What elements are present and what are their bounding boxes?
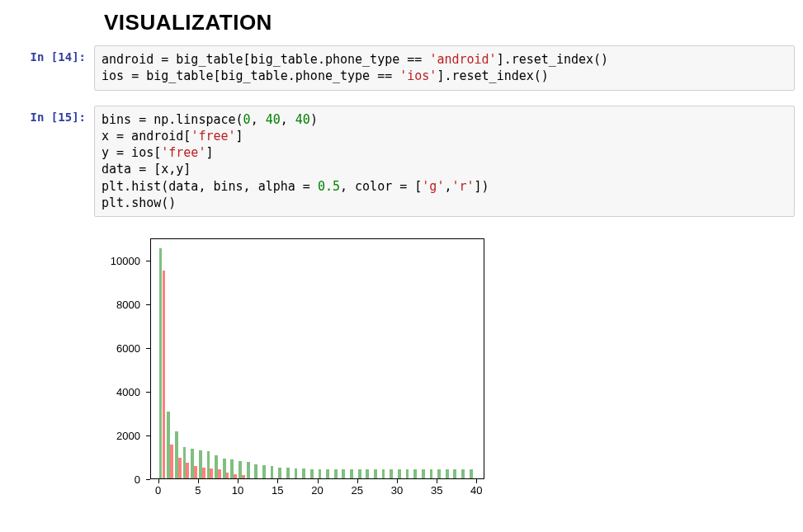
hist-bar-android (271, 466, 274, 478)
prompt-suffix: ]: (72, 111, 86, 124)
x-tick-mark (397, 479, 398, 483)
hist-bar-android (453, 469, 456, 478)
hist-bar-android (310, 469, 314, 478)
hist-bar-android (358, 469, 361, 478)
hist-bar-android (342, 469, 345, 478)
x-tick-label: 35 (431, 484, 442, 497)
hist-bar-android (350, 469, 353, 478)
x-tick-label: 15 (272, 484, 283, 497)
hist-bar-android (319, 469, 322, 478)
prompt-suffix: ]: (72, 50, 86, 64)
hist-bar-android (430, 469, 433, 478)
hist-bar-android (295, 468, 298, 478)
y-tick-label: 10000 (94, 254, 140, 266)
hist-bar-android (470, 469, 473, 478)
x-tick-label: 30 (391, 484, 403, 497)
hist-bar-android (247, 462, 250, 478)
y-tick-mark (146, 304, 150, 305)
hist-bar-android (326, 469, 329, 478)
code-input-14[interactable]: android = big_table[big_table.phone_type… (94, 45, 795, 91)
plot-frame (150, 238, 484, 479)
hist-bar-android (286, 468, 290, 478)
hist-bar-ios (186, 463, 189, 478)
hist-bar-ios (218, 469, 221, 478)
hist-bar-android (398, 469, 401, 478)
histogram-chart: 02000400060008000100000510152025303540 (94, 232, 498, 508)
code-input-15[interactable]: bins = np.linspace(0, 40, 40) x = androi… (94, 106, 795, 218)
prompt-number: 14 (58, 50, 72, 64)
y-tick-label: 4000 (94, 385, 140, 398)
x-tick-mark (238, 479, 239, 483)
cell-prompt-15: In [15]: (8, 106, 94, 124)
x-tick-mark (357, 479, 358, 483)
x-tick-label: 5 (195, 484, 201, 497)
code-text-15: bins = np.linspace(0, 40, 40) x = androi… (102, 111, 787, 212)
output-area: 02000400060008000100000510152025303540 (94, 232, 795, 508)
hist-bar-android (382, 469, 385, 478)
x-tick-label: 25 (351, 484, 362, 497)
hist-bar-android (413, 469, 417, 478)
y-tick-label: 8000 (94, 298, 140, 310)
prompt-prefix: In [ (31, 50, 59, 64)
y-tick-label: 0 (94, 473, 140, 486)
hist-bar-android (406, 469, 409, 478)
plot-bars (151, 239, 484, 478)
x-tick-mark (277, 479, 278, 483)
hist-bar-android (374, 469, 377, 478)
hist-bar-ios (242, 475, 245, 478)
output-cell-15: 02000400060008000100000510152025303540 (8, 232, 795, 508)
hist-bar-ios (178, 458, 182, 478)
code-cell-14: In [14]: android = big_table[big_table.p… (8, 45, 795, 91)
code-cell-15: In [15]: bins = np.linspace(0, 40, 40) x… (8, 106, 795, 218)
hist-bar-android (254, 464, 257, 478)
y-tick-mark (146, 435, 150, 436)
y-tick-label: 6000 (94, 341, 140, 354)
x-tick-label: 10 (232, 484, 243, 497)
y-tick-label: 2000 (94, 429, 140, 441)
hist-bar-ios (194, 466, 197, 478)
hist-bar-android (437, 469, 441, 478)
hist-bar-ios (226, 473, 229, 478)
hist-bar-ios (163, 271, 166, 478)
hist-bar-android (461, 469, 465, 478)
x-tick-mark (198, 479, 199, 483)
y-tick-mark (146, 261, 150, 261)
hist-bar-android (302, 468, 305, 478)
hist-bar-ios (202, 468, 205, 478)
x-tick-mark (158, 479, 159, 483)
notebook: VISUALIZATION In [14]: android = big_tab… (0, 0, 803, 531)
y-tick-mark (146, 479, 150, 480)
hist-bar-ios (210, 468, 213, 478)
y-tick-mark (146, 392, 150, 393)
hist-bar-ios (170, 445, 173, 478)
code-text-14: android = big_table[big_table.phone_type… (102, 51, 787, 85)
hist-bar-android (278, 468, 281, 478)
output-prompt-empty (8, 232, 94, 237)
x-tick-label: 40 (470, 484, 482, 497)
section-heading: VISUALIZATION (104, 10, 795, 35)
hist-bar-ios (234, 474, 237, 478)
x-tick-label: 0 (155, 484, 161, 497)
cell-prompt-14: In [14]: (8, 45, 94, 64)
hist-bar-android (262, 465, 266, 478)
hist-bar-android (366, 469, 369, 478)
x-tick-mark (476, 479, 477, 483)
x-tick-mark (318, 479, 319, 483)
hist-bar-android (390, 469, 393, 478)
hist-bar-android (334, 469, 338, 478)
hist-bar-android (422, 469, 425, 478)
x-tick-mark (437, 479, 437, 483)
prompt-prefix: In [ (31, 111, 59, 124)
hist-bar-android (446, 469, 449, 478)
y-tick-mark (146, 348, 150, 349)
prompt-number: 15 (58, 111, 72, 124)
x-tick-label: 20 (311, 484, 323, 497)
